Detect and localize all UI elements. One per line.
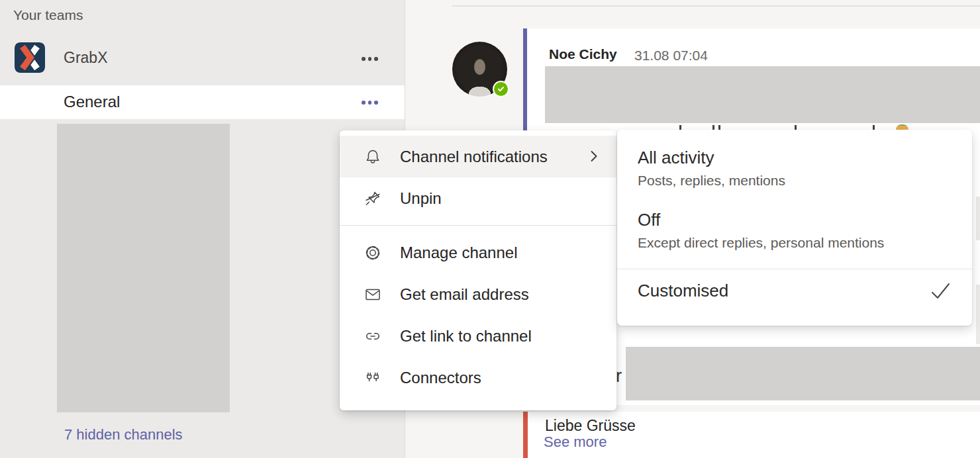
team-row-grabx[interactable]: GrabX — [0, 37, 405, 75]
menu-item-channel-notifications[interactable]: Channel notifications — [340, 136, 616, 177]
menu-item-label: Get email address — [400, 285, 529, 304]
see-more-link[interactable]: See more — [544, 434, 607, 451]
menu-separator — [340, 225, 616, 226]
option-subtitle: Except direct replies, personal mentions — [638, 233, 952, 253]
menu-item-connectors[interactable]: Connectors — [340, 357, 616, 398]
link-icon — [364, 327, 382, 345]
option-title: All activity — [638, 147, 952, 168]
clipped-glyph-mark — [679, 125, 681, 130]
menu-item-unpin[interactable]: Unpin — [340, 177, 616, 219]
occluded-content-sliver — [976, 285, 980, 344]
occluded-content-sliver — [976, 197, 980, 240]
menu-item-label: Get link to channel — [400, 327, 532, 345]
team-more-options-icon[interactable] — [362, 57, 378, 61]
envelope-icon — [364, 285, 382, 304]
submenu-option-all-activity[interactable]: All activity Posts, replies, mentions — [617, 130, 972, 191]
teams-app-window: Your teams GrabX General 7 hidden channe… — [0, 0, 980, 458]
grabx-team-logo-icon — [15, 42, 45, 73]
channel-row-general[interactable]: General — [0, 85, 405, 119]
message-separator-line — [452, 5, 980, 7]
menu-item-label: Manage channel — [400, 244, 517, 262]
channel-more-options-icon[interactable] — [362, 101, 378, 105]
option-title: Off — [638, 209, 952, 230]
menu-item-label: Connectors — [400, 369, 481, 387]
truncated-chat-message[interactable]: Liebe Grüsse See more — [523, 412, 980, 458]
redacted-message-content-block — [545, 66, 980, 123]
channel-notifications-submenu: All activity Posts, replies, mentions Of… — [617, 130, 972, 326]
clipped-glyph-mark — [712, 125, 714, 130]
option-title: Customised — [638, 280, 952, 301]
menu-item-manage-channel[interactable]: Manage channel — [340, 232, 616, 273]
truncated-message-text: Liebe Grüsse — [545, 416, 810, 431]
checkmark-icon — [928, 280, 952, 302]
menu-item-label: Channel notifications — [400, 148, 548, 166]
channel-context-menu: Channel notifications Unpin — [340, 130, 616, 410]
team-name[interactable]: GrabX — [64, 49, 107, 67]
redacted-channel-list-block — [57, 124, 230, 412]
bell-icon — [364, 148, 382, 166]
clipped-glyph-mark — [718, 125, 720, 130]
clipped-text-fragment: r — [616, 366, 622, 387]
your-teams-heading: Your teams — [13, 7, 83, 23]
redacted-message-content-block — [626, 347, 980, 400]
connectors-icon — [364, 369, 382, 387]
message-timestamp: 31.08 07:04 — [634, 48, 708, 64]
message-author[interactable]: Noe Cichy — [549, 46, 617, 62]
gear-icon — [364, 244, 382, 262]
chevron-right-icon — [586, 148, 602, 164]
submenu-option-off[interactable]: Off Except direct replies, personal ment… — [617, 191, 972, 253]
menu-item-get-email-address[interactable]: Get email address — [340, 273, 616, 315]
menu-item-get-link-to-channel[interactable]: Get link to channel — [340, 315, 616, 357]
submenu-option-customised[interactable]: Customised — [617, 269, 972, 301]
presence-available-icon — [493, 81, 509, 97]
clipped-emoji-icon — [896, 124, 908, 130]
channel-name[interactable]: General — [64, 93, 120, 111]
truncated-message-text-clip: Liebe Grüsse — [545, 416, 810, 431]
unpin-icon — [364, 189, 382, 208]
hidden-channels-link[interactable]: 7 hidden channels — [64, 426, 183, 443]
menu-item-label: Unpin — [400, 189, 442, 208]
option-subtitle: Posts, replies, mentions — [638, 171, 952, 191]
clipped-glyph-mark — [795, 125, 797, 130]
